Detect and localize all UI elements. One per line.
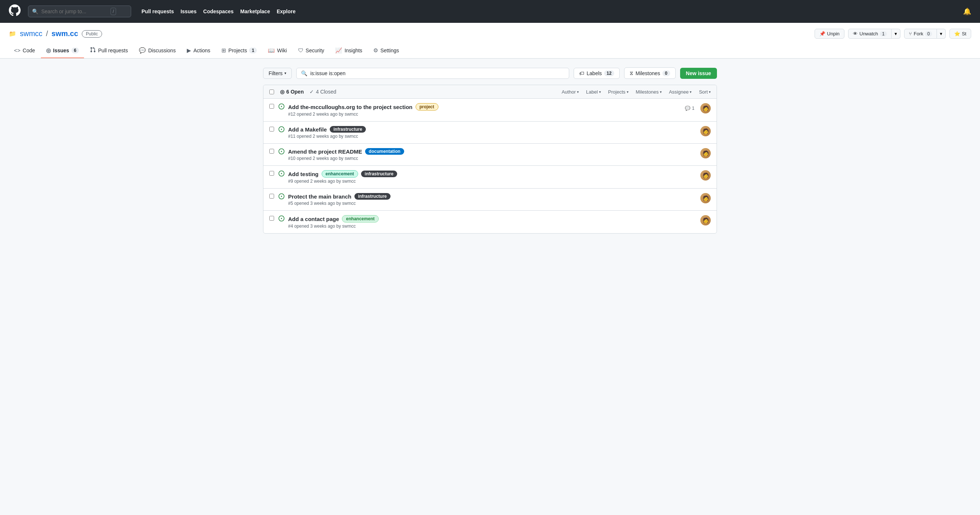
issue-title-line: Add a Makefile infrastructure <box>288 126 693 133</box>
issue-title[interactable]: Amend the project README <box>288 148 362 155</box>
issue-label[interactable]: infrastructure <box>361 170 397 177</box>
issue-title-line: Add testing enhancement infrastructure <box>288 170 693 178</box>
issue-title[interactable]: Protect the main branch <box>288 193 352 200</box>
insights-icon: 📈 <box>335 47 342 54</box>
fork-dropdown[interactable]: ▾ <box>937 29 946 39</box>
new-issue-button[interactable]: New issue <box>680 68 717 79</box>
issue-label[interactable]: enhancement <box>342 215 379 223</box>
notifications-icon[interactable]: 🔔 <box>963 7 971 16</box>
tab-issues[interactable]: ◎ Issues 6 <box>41 43 84 58</box>
issue-content: Protect the main branch infrastructure #… <box>288 193 693 206</box>
nav-marketplace[interactable]: Marketplace <box>240 8 270 14</box>
issue-checkbox[interactable] <box>269 127 274 132</box>
avatar[interactable]: 🧑 <box>700 193 711 203</box>
closed-issues-count[interactable]: ✓ 4 Closed <box>309 89 336 95</box>
avatar[interactable]: 🧑 <box>700 215 711 226</box>
repo-header: 📁 swmcc / swm.cc Public 📌 Unpin 👁 Unwatc… <box>0 23 980 59</box>
issue-open-icon <box>278 148 285 156</box>
tab-settings[interactable]: ⚙ Settings <box>368 43 404 58</box>
sort-filter[interactable]: Sort ▾ <box>699 89 711 95</box>
nav-codespaces[interactable]: Codespaces <box>204 8 234 14</box>
filter-input[interactable] <box>310 70 565 76</box>
issue-label[interactable]: project <box>415 103 438 111</box>
watch-dropdown[interactable]: ▾ <box>892 29 900 39</box>
issue-checkbox[interactable] <box>269 216 274 221</box>
top-nav-links: Pull requests Issues Codespaces Marketpl… <box>142 8 296 14</box>
issue-title-line: Add a contact page enhancement <box>288 215 693 223</box>
github-logo[interactable] <box>9 5 21 18</box>
avatar[interactable]: 🧑 <box>700 103 711 113</box>
issues-list: ◎ 6 Open ✓ 4 Closed Author ▾ Label ▾ <box>263 85 717 234</box>
issue-label[interactable]: documentation <box>365 148 404 155</box>
nav-issues[interactable]: Issues <box>181 8 197 14</box>
assignee-filter[interactable]: Assignee ▾ <box>669 89 692 95</box>
labels-button[interactable]: 🏷 Labels 12 <box>574 68 620 79</box>
issue-open-icon <box>278 103 285 111</box>
discussions-icon: 💬 <box>139 47 146 54</box>
comment-count[interactable]: 💬 1 <box>685 106 694 111</box>
milestones-button[interactable]: ⧖ Milestones 0 <box>624 67 676 79</box>
unwatch-button[interactable]: 👁 Unwatch 1 <box>848 29 892 39</box>
issues-list-header: ◎ 6 Open ✓ 4 Closed Author ▾ Label ▾ <box>263 85 717 99</box>
assignee-chevron: ▾ <box>690 90 692 94</box>
projects-filter[interactable]: Projects ▾ <box>608 89 628 95</box>
projects-chevron: ▾ <box>627 90 628 94</box>
issue-title-line: Amend the project README documentation <box>288 148 693 155</box>
tab-wiki[interactable]: 📖 Wiki <box>262 43 292 58</box>
issue-checkbox[interactable] <box>269 171 274 176</box>
issue-title[interactable]: Add testing <box>288 171 319 177</box>
avatar[interactable]: 🧑 <box>700 148 711 158</box>
issue-title[interactable]: Add a contact page <box>288 216 339 222</box>
milestones-filter[interactable]: Milestones ▾ <box>636 89 662 95</box>
search-input[interactable] <box>41 8 108 14</box>
avatar-img: 🧑 <box>700 193 711 203</box>
tab-code[interactable]: <> Code <box>9 43 40 58</box>
issues-header-right: Author ▾ Label ▾ Projects ▾ Milestones ▾… <box>562 89 711 95</box>
issue-row: Add the-mcculloughs.org to the project s… <box>263 99 717 122</box>
tab-projects[interactable]: ⊞ Projects 1 <box>216 43 262 58</box>
avatar-img: 🧑 <box>700 148 711 158</box>
issue-checkbox[interactable] <box>269 104 274 109</box>
author-filter[interactable]: Author ▾ <box>562 89 578 95</box>
tab-discussions[interactable]: 💬 Discussions <box>134 43 181 58</box>
search-icon: 🔍 <box>32 8 38 14</box>
fork-button[interactable]: ⑂ Fork 0 <box>904 29 937 39</box>
repo-icon: 📁 <box>9 30 16 37</box>
select-all-checkbox[interactable] <box>269 89 274 94</box>
label-filter[interactable]: Label ▾ <box>586 89 601 95</box>
top-navigation: 🔍 / Pull requests Issues Codespaces Mark… <box>0 0 980 23</box>
label-icon: 🏷 <box>579 70 584 76</box>
issue-title[interactable]: Add the-mcculloughs.org to the project s… <box>288 104 413 110</box>
visibility-badge: Public <box>82 30 102 38</box>
issue-right: 🧑 <box>693 193 711 203</box>
avatar[interactable]: 🧑 <box>700 170 711 181</box>
issue-checkbox[interactable] <box>269 149 274 154</box>
filters-bar: Filters ▾ 🔍 🏷 Labels 12 ⧖ Milestones 0 N… <box>263 67 717 79</box>
repo-name-link[interactable]: swm.cc <box>52 29 78 38</box>
issue-label[interactable]: enhancement <box>321 170 358 178</box>
issue-right: 🧑 <box>693 126 711 136</box>
global-search[interactable]: 🔍 / <box>28 6 131 17</box>
open-issues-count[interactable]: ◎ 6 Open <box>280 89 304 95</box>
issue-label[interactable]: infrastructure <box>355 193 391 200</box>
repo-owner-link[interactable]: swmcc <box>20 29 42 38</box>
tab-security[interactable]: 🛡 Security <box>293 43 330 58</box>
issue-title[interactable]: Add a Makefile <box>288 126 327 133</box>
avatar[interactable]: 🧑 <box>700 126 711 136</box>
avatar-img: 🧑 <box>700 126 711 136</box>
nav-pull-requests[interactable]: Pull requests <box>142 8 174 14</box>
issue-right: 💬 1 🧑 <box>678 103 711 113</box>
nav-explore[interactable]: Explore <box>277 8 296 14</box>
issue-checkbox[interactable] <box>269 194 274 199</box>
issue-label[interactable]: infrastructure <box>330 126 366 133</box>
tab-insights[interactable]: 📈 Insights <box>330 43 368 58</box>
projects-icon: ⊞ <box>221 47 226 54</box>
filters-button[interactable]: Filters ▾ <box>263 68 292 79</box>
tab-actions[interactable]: ▶ Actions <box>181 43 216 58</box>
security-icon: 🛡 <box>298 47 304 53</box>
issue-meta: #4 opened 3 weeks ago by swmcc <box>288 224 693 229</box>
search-filter[interactable]: 🔍 <box>296 68 569 79</box>
star-button[interactable]: ⭐ St <box>950 29 971 39</box>
unpin-button[interactable]: 📌 Unpin <box>815 29 845 39</box>
tab-pull-requests[interactable]: Pull requests <box>85 43 133 58</box>
